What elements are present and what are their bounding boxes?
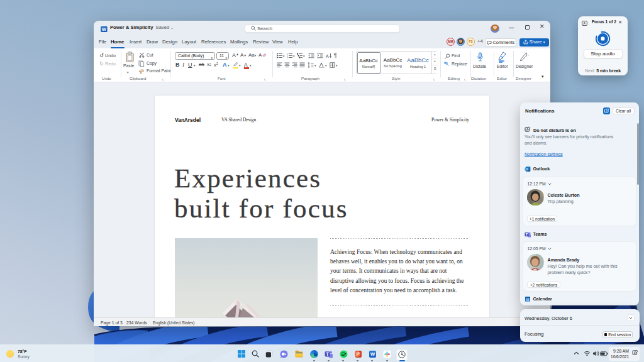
svg-text:3: 3 <box>287 57 288 58</box>
svg-text:W: W <box>101 26 106 32</box>
svg-text:A: A <box>326 53 329 58</box>
svg-text:W: W <box>370 351 375 357</box>
svg-text:O: O <box>525 167 528 171</box>
svg-text:P: P <box>357 352 360 356</box>
